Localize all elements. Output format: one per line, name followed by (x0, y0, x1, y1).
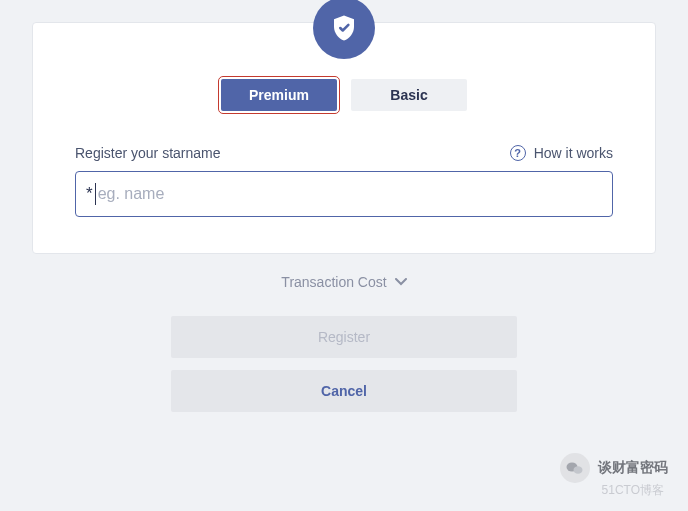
register-button[interactable]: Register (171, 316, 517, 358)
question-icon: ? (510, 145, 526, 161)
starname-input-wrap[interactable]: * (75, 171, 613, 217)
how-it-works-link[interactable]: ? How it works (510, 145, 613, 161)
watermark: 谈财富密码 (560, 453, 668, 483)
wechat-icon (560, 453, 590, 483)
register-card: Premium Basic Register your starname ? H… (32, 22, 656, 254)
shield-check-icon (329, 13, 359, 43)
starname-input[interactable] (98, 185, 602, 203)
cancel-button[interactable]: Cancel (171, 370, 517, 412)
watermark-sub: 51CTO博客 (602, 482, 664, 499)
starname-prefix: * (86, 184, 93, 204)
tab-basic[interactable]: Basic (351, 79, 467, 111)
action-buttons: Register Cancel (0, 316, 688, 412)
input-label-row: Register your starname ? How it works (75, 145, 613, 161)
plan-tabs: Premium Basic (75, 79, 613, 111)
text-cursor (95, 183, 96, 205)
transaction-cost-toggle[interactable]: Transaction Cost (0, 274, 688, 290)
shield-badge (313, 0, 375, 59)
chevron-down-icon (395, 276, 407, 288)
watermark-name: 谈财富密码 (598, 459, 668, 477)
tab-premium[interactable]: Premium (221, 79, 337, 111)
svg-point-1 (574, 466, 583, 474)
how-it-works-text: How it works (534, 145, 613, 161)
transaction-cost-label: Transaction Cost (281, 274, 386, 290)
starname-label: Register your starname (75, 145, 221, 161)
